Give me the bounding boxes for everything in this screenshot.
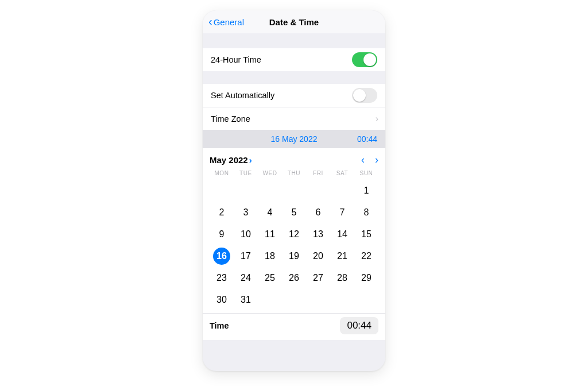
calendar-day[interactable]: 22 — [354, 246, 378, 266]
calendar-day[interactable]: 3 — [234, 203, 258, 222]
back-button[interactable]: ‹ General — [208, 10, 244, 33]
calendar-blank — [282, 181, 306, 200]
calendar-day[interactable]: 14 — [330, 225, 354, 244]
prev-month-button[interactable]: ‹ — [361, 155, 365, 165]
calendar-day-number: 9 — [213, 226, 230, 243]
label-timezone: Time Zone — [211, 114, 250, 123]
selected-date-bar: 16 May 2022 00:44 — [203, 130, 385, 148]
calendar-day-number: 25 — [261, 269, 278, 287]
calendar-day-number: 1 — [358, 182, 375, 199]
calendar-day-number: 21 — [334, 248, 351, 265]
selected-date-label[interactable]: 16 May 2022 — [238, 134, 350, 144]
calendar-day[interactable]: 16 — [210, 246, 234, 266]
calendar-day[interactable]: 17 — [234, 246, 258, 266]
calendar-day[interactable]: 28 — [330, 268, 354, 288]
weekday-label: SUN — [354, 170, 378, 176]
calendar-day-number: 4 — [261, 204, 278, 221]
row-timezone[interactable]: Time Zone › — [203, 107, 385, 130]
calendar-day[interactable]: 18 — [258, 246, 282, 266]
calendar-day-number: 6 — [310, 204, 327, 221]
calendar-day-number: 31 — [237, 291, 254, 308]
calendar-day-number: 29 — [358, 269, 375, 287]
calendar-grid: 1234567891011121314151617181920212223242… — [210, 181, 378, 310]
calendar-day-number: 18 — [261, 248, 278, 265]
calendar-day-number: 5 — [285, 204, 303, 221]
calendar-day-number: 11 — [261, 226, 278, 243]
calendar-day-number: 7 — [334, 204, 351, 221]
calendar-header: May 2022 › ‹ › — [210, 152, 378, 168]
calendar-day[interactable]: 13 — [306, 225, 330, 244]
chevron-left-icon: ‹ — [208, 16, 212, 27]
navbar: ‹ General Date & Time — [203, 10, 385, 33]
calendar-day[interactable]: 1 — [354, 181, 378, 200]
month-picker[interactable]: May 2022 › — [210, 155, 252, 165]
weekday-label: TUE — [234, 170, 258, 176]
calendar-day[interactable]: 10 — [234, 225, 258, 244]
row-24hour: 24-Hour Time — [203, 48, 385, 71]
calendar-blank — [234, 181, 258, 200]
calendar-day[interactable]: 20 — [306, 246, 330, 266]
chevron-right-icon: › — [376, 114, 378, 124]
time-picker[interactable]: 00:44 — [340, 317, 378, 334]
page-title: Date & Time — [269, 17, 319, 27]
calendar-panel: May 2022 › ‹ › MONTUEWEDTHUFRISATSUN 123… — [203, 148, 385, 340]
section-gap — [203, 71, 385, 84]
group-auto-tz: Set Automatically Time Zone › — [203, 84, 385, 130]
calendar-day-number: 24 — [237, 269, 254, 287]
calendar-blank — [210, 181, 234, 200]
month-nav: ‹ › — [361, 155, 378, 165]
row-time: Time 00:44 — [203, 313, 385, 335]
calendar-day[interactable]: 27 — [306, 268, 330, 288]
calendar-day[interactable]: 7 — [330, 203, 354, 222]
weekday-label: FRI — [306, 170, 330, 176]
weekday-label: MON — [210, 170, 234, 176]
calendar-day-number: 27 — [310, 269, 327, 287]
group-24hour: 24-Hour Time — [203, 48, 385, 71]
calendar-day-number: 26 — [285, 269, 303, 287]
settings-phone-frame: ‹ General Date & Time 24-Hour Time Set A… — [203, 10, 385, 371]
month-label: May 2022 — [210, 155, 248, 165]
calendar-day[interactable]: 5 — [282, 203, 306, 222]
calendar-day[interactable]: 2 — [210, 203, 234, 222]
label-time: Time — [210, 321, 229, 330]
calendar-day[interactable]: 8 — [354, 203, 378, 222]
calendar-day-number: 20 — [310, 248, 327, 265]
calendar-day-number: 30 — [213, 291, 230, 308]
calendar-blank — [306, 181, 330, 200]
calendar-day-number: 19 — [285, 248, 303, 265]
calendar-day[interactable]: 19 — [282, 246, 306, 266]
chevron-right-icon: › — [249, 155, 252, 165]
calendar-day-number: 17 — [237, 248, 254, 265]
calendar-day-number: 2 — [213, 204, 230, 221]
section-gap — [203, 33, 385, 48]
label-24hour: 24-Hour Time — [211, 55, 261, 64]
calendar-day[interactable]: 25 — [258, 268, 282, 288]
calendar-day[interactable]: 15 — [354, 225, 378, 244]
calendar-day[interactable]: 23 — [210, 268, 234, 288]
calendar-day-number: 12 — [285, 226, 303, 243]
selected-time-label[interactable]: 00:44 — [350, 134, 377, 144]
calendar-day-number: 22 — [358, 248, 375, 265]
calendar-day-number: 3 — [237, 204, 254, 221]
calendar-day[interactable]: 12 — [282, 225, 306, 244]
calendar-day[interactable]: 21 — [330, 246, 354, 266]
weekday-label: SAT — [330, 170, 354, 176]
calendar-day[interactable]: 9 — [210, 225, 234, 244]
calendar-day[interactable]: 6 — [306, 203, 330, 222]
calendar-day-number: 23 — [213, 269, 230, 287]
calendar-day[interactable]: 24 — [234, 268, 258, 288]
calendar-day[interactable]: 26 — [282, 268, 306, 288]
next-month-button[interactable]: › — [375, 155, 378, 165]
weekday-header: MONTUEWEDTHUFRISATSUN — [210, 170, 378, 176]
calendar-day[interactable]: 31 — [234, 290, 258, 310]
calendar-day[interactable]: 11 — [258, 225, 282, 244]
calendar-day[interactable]: 29 — [354, 268, 378, 288]
toggle-24hour[interactable] — [352, 52, 377, 67]
weekday-label: WED — [258, 170, 282, 176]
weekday-label: THU — [282, 170, 306, 176]
calendar-day[interactable]: 30 — [210, 290, 234, 310]
label-set-automatically: Set Automatically — [211, 91, 274, 100]
toggle-set-automatically[interactable] — [352, 88, 377, 103]
calendar-day-number: 14 — [334, 226, 351, 243]
calendar-day[interactable]: 4 — [258, 203, 282, 222]
